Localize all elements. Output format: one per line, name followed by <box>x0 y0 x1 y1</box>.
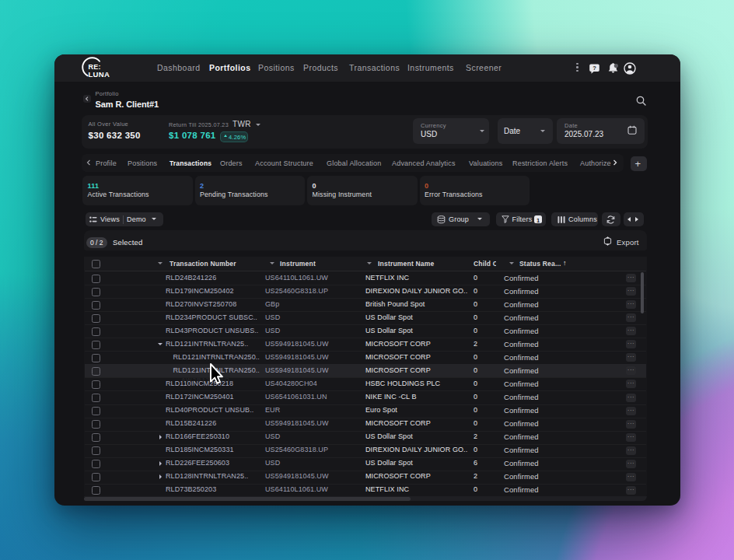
svg-text:?: ? <box>592 65 596 72</box>
